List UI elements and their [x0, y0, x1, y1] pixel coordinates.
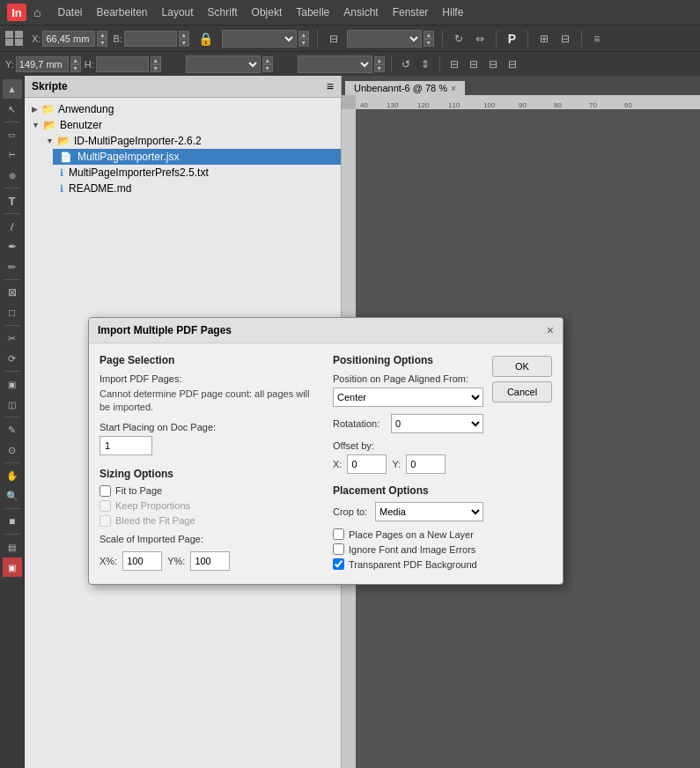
bleed-checkbox[interactable]: [99, 515, 111, 527]
transparent-bg-row: Transparent PDF Background: [333, 558, 483, 570]
ok-button[interactable]: OK: [492, 356, 552, 377]
rotation-select[interactable]: 0 90 180 270: [391, 414, 483, 433]
start-page-group: Start Placing on Doc Page:: [99, 422, 319, 455]
dialog-right-inner: Positioning Options Position on Page Ali…: [333, 354, 552, 573]
ignore-errors-checkbox[interactable]: [333, 543, 344, 555]
cancel-button[interactable]: Cancel: [492, 381, 552, 402]
transparent-bg-label: Transparent PDF Background: [349, 559, 477, 570]
dialog-right-column: Positioning Options Position on Page Ali…: [333, 354, 552, 573]
scale-section: Scale of Imported Page: X%: Y%:: [99, 534, 319, 571]
x-pct-input[interactable]: [122, 551, 162, 571]
keep-proportions-label: Keep Proportions: [115, 500, 190, 511]
start-page-label: Start Placing on Doc Page:: [99, 422, 319, 432]
offset-inputs-row: X: Y:: [333, 454, 483, 474]
new-layer-row: Place Pages on a New Layer: [333, 528, 483, 540]
positioning-title: Positioning Options: [333, 354, 483, 366]
new-layer-checkbox[interactable]: [333, 528, 344, 540]
placement-title: Placement Options: [333, 484, 483, 497]
dialog-right-content: Positioning Options Position on Page Ali…: [333, 354, 483, 573]
y-pct-label: Y%:: [167, 556, 185, 566]
import-dialog: Import Multiple PDF Pages × Page Selecti…: [88, 317, 564, 585]
dialog-title: Import Multiple PDF Pages: [98, 324, 232, 336]
dialog-close-button[interactable]: ×: [547, 323, 554, 337]
keep-proportions-row: Keep Proportions: [99, 500, 319, 512]
position-label: Position on Page Aligned From:: [333, 373, 483, 384]
fit-to-page-checkbox[interactable]: [99, 485, 111, 497]
dialog-title-bar: Import Multiple PDF Pages ×: [89, 318, 563, 343]
ignore-errors-label: Ignore Font and Image Errors: [349, 544, 475, 555]
rotation-row: Rotatation: 0 90 180 270: [333, 414, 483, 433]
pdf-info-text: Cannot determine PDF page count: all pag…: [99, 388, 319, 415]
sizing-title: Sizing Options: [99, 468, 319, 480]
import-pdf-label: Import PDF Pages:: [99, 373, 319, 384]
dialog-buttons: OK Cancel: [492, 354, 552, 573]
offset-y-input[interactable]: [406, 454, 446, 474]
fit-to-page-label: Fit to Page: [115, 485, 162, 496]
position-select[interactable]: Center Top Left Top Right Bottom Left Bo…: [333, 388, 483, 407]
offset-label: Offset by:: [333, 440, 483, 451]
transparent-bg-checkbox[interactable]: [333, 558, 344, 570]
crop-select[interactable]: Media Bleed Trim Art Crop: [375, 502, 483, 521]
bleed-label: Bleed the Fit Page: [115, 515, 195, 526]
offset-x-label: X:: [333, 459, 342, 469]
offset-y-label: Y:: [392, 459, 401, 469]
dialog-overlay: Import Multiple PDF Pages × Page Selecti…: [0, 0, 700, 768]
offset-x-input[interactable]: [347, 454, 387, 474]
scale-inputs-row: X%: Y%:: [99, 551, 319, 571]
sizing-options-section: Sizing Options Fit to Page Keep Proporti…: [99, 468, 319, 527]
scale-label: Scale of Imported Page:: [99, 534, 319, 544]
keep-proportions-checkbox[interactable]: [99, 500, 111, 512]
page-selection-title: Page Selection: [99, 354, 319, 366]
bleed-row: Bleed the Fit Page: [99, 515, 319, 527]
y-pct-input[interactable]: [190, 551, 230, 571]
dialog-left-column: Page Selection Import PDF Pages: Cannot …: [99, 354, 319, 573]
crop-label: Crop to:: [333, 506, 368, 517]
crop-row: Crop to: Media Bleed Trim Art Crop: [333, 502, 483, 521]
x-pct-label: X%:: [99, 556, 117, 566]
fit-to-page-row: Fit to Page: [99, 485, 319, 497]
start-page-input[interactable]: [99, 436, 152, 455]
ignore-errors-row: Ignore Font and Image Errors: [333, 543, 483, 555]
rotation-label: Rotatation:: [333, 418, 386, 429]
new-layer-label: Place Pages on a New Layer: [349, 529, 474, 540]
dialog-body: Page Selection Import PDF Pages: Cannot …: [89, 343, 563, 584]
placement-section: Placement Options Crop to: Media Bleed T…: [333, 484, 483, 570]
